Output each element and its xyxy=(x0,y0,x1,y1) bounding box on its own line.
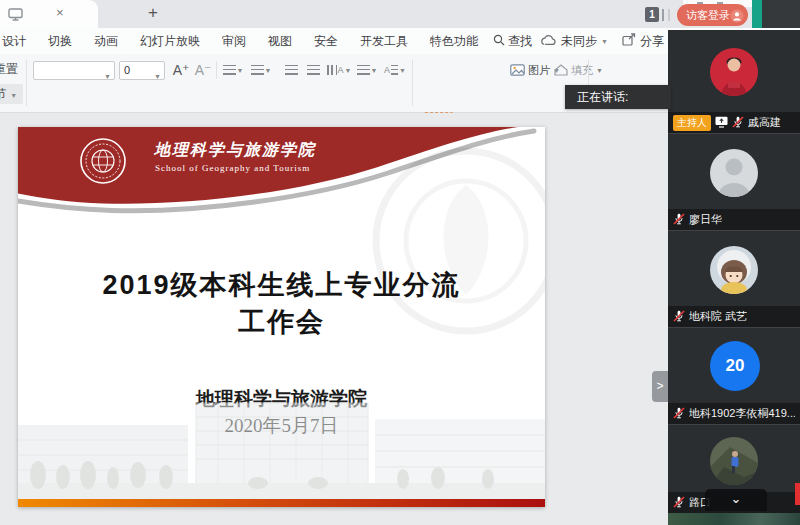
grow-font-button[interactable]: A⁺ xyxy=(171,60,191,80)
cloud-sync-icon xyxy=(540,34,557,49)
fill-icon xyxy=(554,64,568,78)
menu-slideshow[interactable]: 幻灯片放映 xyxy=(129,33,211,50)
presentation-app-icon xyxy=(8,7,23,25)
participant-name: 廖日华 xyxy=(689,212,722,227)
font-name-combobox[interactable]: ▼ xyxy=(33,61,115,80)
line-spacing-button[interactable]: ▼ xyxy=(356,61,378,79)
mic-muted-icon xyxy=(673,308,685,326)
avatar-photo xyxy=(710,437,758,485)
collapse-list-button[interactable]: ⌄ xyxy=(705,489,767,511)
banner-school-name-cn: 地理科学与旅游学院 xyxy=(154,140,316,161)
avatar-number: 20 xyxy=(710,341,760,391)
tab-count-badge[interactable]: 1 xyxy=(645,7,659,22)
participant-namebar: 廖日华 xyxy=(668,209,800,230)
picture-icon xyxy=(510,64,525,78)
menu-view[interactable]: 视图 xyxy=(257,33,303,50)
avatar-anime xyxy=(710,246,758,294)
avatar-host xyxy=(710,48,758,96)
slide-title-line2[interactable]: 工作会 xyxy=(18,304,545,340)
sync-status-button[interactable]: 未同步 ▼ xyxy=(540,33,608,50)
participant-name: 地科1902李依桐419... xyxy=(689,406,795,421)
share-label: 分享 xyxy=(640,33,664,50)
menu-review[interactable]: 审阅 xyxy=(211,33,257,50)
slide-canvas[interactable]: 地理科学与旅游学院 School of Geography and Touris… xyxy=(18,127,545,507)
picture-label: 图片 xyxy=(528,63,550,78)
slide-workspace: 地理科学与旅游学院 School of Geography and Touris… xyxy=(0,113,668,525)
share-button[interactable]: 分享 xyxy=(622,33,664,50)
now-speaking-overlay: 正在讲话: xyxy=(565,85,671,109)
split-view-icon[interactable] xyxy=(662,9,670,21)
find-label: 查找 xyxy=(508,33,532,50)
sync-label: 未同步 xyxy=(561,33,597,50)
participant-tile[interactable]: 地科院 武艺 xyxy=(668,230,800,327)
numbered-list-button[interactable]: ▼ xyxy=(250,61,272,79)
guest-login-label: 访客登录 xyxy=(686,9,730,21)
align-text-button[interactable]: A▼ xyxy=(384,61,406,79)
document-tab[interactable]: × xyxy=(0,0,98,28)
campus-building-image xyxy=(18,395,545,499)
font-size-value: 0 xyxy=(124,64,130,76)
mic-muted-icon xyxy=(673,211,685,229)
participant-namebar: 地科院 武艺 xyxy=(668,306,800,327)
host-badge: 主持人 xyxy=(673,115,711,131)
chevron-down-icon: ▼ xyxy=(154,68,161,85)
menu-animations[interactable]: 动画 xyxy=(83,33,129,50)
user-avatar-icon xyxy=(730,8,744,30)
text-direction-button[interactable]: A▼ xyxy=(325,61,353,79)
slide-title-line1[interactable]: 2019级本科生线上专业分流 xyxy=(18,267,545,303)
participant-namebar: 地科1902李依桐419... xyxy=(668,403,800,424)
close-tab-icon[interactable]: × xyxy=(56,5,64,20)
participant-namebar: 主持人 戚高建 xyxy=(668,112,800,133)
menu-devtools[interactable]: 开发工具 xyxy=(349,33,419,50)
menu-transitions[interactable]: 切换 xyxy=(37,33,83,50)
recording-indicator xyxy=(795,483,800,505)
chevron-down-icon: ▼ xyxy=(104,68,111,85)
find-button[interactable]: 查找 xyxy=(493,33,532,50)
menu-features[interactable]: 特色功能 xyxy=(419,33,489,50)
school-seal-icon xyxy=(78,136,128,190)
reset-button[interactable]: 重置 xyxy=(0,61,23,78)
participant-name: 戚高建 xyxy=(748,115,781,130)
decrease-indent-button[interactable] xyxy=(280,61,302,79)
bullet-list-button[interactable]: ▼ xyxy=(222,61,244,79)
fill-label: 填充 xyxy=(571,63,593,78)
menu-design[interactable]: 设计 xyxy=(0,33,37,50)
font-size-combobox[interactable]: 0▼ xyxy=(119,61,165,80)
guest-login-button[interactable]: 访客登录 xyxy=(677,4,748,26)
chevron-down-icon: ▼ xyxy=(601,38,608,45)
menu-security[interactable]: 安全 xyxy=(303,33,349,50)
shrink-font-button[interactable]: A⁻ xyxy=(193,60,213,80)
fill-button[interactable]: 填充▼ xyxy=(554,63,603,78)
section-label: 节 xyxy=(0,87,7,101)
participant-tile[interactable]: 廖日华 xyxy=(668,133,800,230)
section-button[interactable]: 节 ▼ xyxy=(0,84,23,104)
banner-school-name-en: School of Geography and Tourism xyxy=(155,163,310,173)
panel-expand-handle[interactable]: > xyxy=(652,371,668,402)
share-icon xyxy=(622,33,636,49)
picture-button[interactable]: 图片▼ xyxy=(510,63,560,78)
search-icon xyxy=(493,34,505,49)
screen-share-icon xyxy=(715,114,728,132)
conference-panel: 主持人 戚高建 廖日华 地科院 武艺 20 地科1902李依桐419... xyxy=(668,30,800,525)
mic-muted-icon xyxy=(673,494,685,512)
background-window-accent xyxy=(752,0,762,30)
participant-tile[interactable]: 路口 ⌄ xyxy=(668,424,800,513)
mic-muted-icon xyxy=(673,405,685,423)
participant-name: 地科院 武艺 xyxy=(689,309,747,324)
avatar-placeholder xyxy=(710,149,758,197)
chevron-down-icon: ▼ xyxy=(10,92,17,99)
new-tab-button[interactable]: + xyxy=(148,3,158,23)
mic-muted-icon xyxy=(732,114,744,132)
participant-tile[interactable]: 20 地科1902李依桐419... xyxy=(668,327,800,424)
background-window-corner xyxy=(762,0,800,30)
participant-tile[interactable]: 主持人 戚高建 xyxy=(668,30,800,133)
increase-indent-button[interactable] xyxy=(302,61,324,79)
chevron-down-icon: ⌄ xyxy=(731,491,742,506)
tab-bar: × + 1 访客登录 xyxy=(0,0,800,28)
next-video-sliver xyxy=(668,513,800,525)
slide-footer-gradient xyxy=(18,499,545,507)
